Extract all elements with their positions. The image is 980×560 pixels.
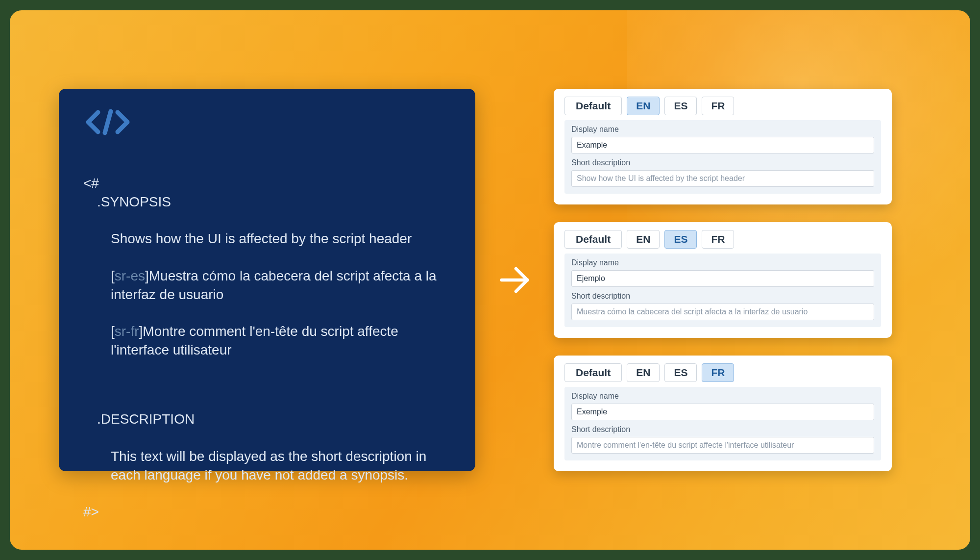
synopsis-fr: Montre comment l'en-tête du script affec… [111, 324, 402, 357]
arrow-right-icon [497, 263, 532, 297]
tab-en[interactable]: EN [627, 363, 660, 382]
short-description-input[interactable] [571, 437, 874, 454]
short-description-label: Short description [571, 425, 874, 434]
code-open: <# [83, 176, 99, 191]
short-description-label: Short description [571, 158, 874, 167]
card-es: Default EN ES FR Display name Short desc… [554, 222, 892, 338]
description-text: This text will be displayed as the short… [111, 449, 430, 483]
tag-fr-open: [ [111, 324, 115, 339]
code-body: <# .SYNOPSIS Shows how the UI is affecte… [83, 155, 451, 540]
tabs-fr: Default EN ES FR [564, 363, 881, 382]
display-name-input[interactable] [571, 270, 874, 287]
tab-default[interactable]: Default [564, 230, 622, 249]
tag-es: sr-es [115, 268, 145, 283]
short-description-label: Short description [571, 292, 874, 301]
code-icon [83, 108, 451, 136]
tab-en[interactable]: EN [627, 97, 660, 115]
tab-default[interactable]: Default [564, 97, 622, 115]
display-name-label: Display name [571, 125, 874, 134]
tab-es[interactable]: ES [664, 363, 697, 382]
short-description-input[interactable] [571, 304, 874, 320]
tabs-es: Default EN ES FR [564, 230, 881, 249]
display-name-label: Display name [571, 258, 874, 267]
cards-column: Default EN ES FR Display name Short desc… [554, 89, 892, 471]
tab-es[interactable]: ES [664, 230, 697, 249]
card-en: Default EN ES FR Display name Short desc… [554, 89, 892, 204]
field-area-en: Display name Short description [564, 120, 881, 194]
short-description-input[interactable] [571, 170, 874, 187]
display-name-label: Display name [571, 392, 874, 401]
tag-es-open: [ [111, 268, 115, 283]
tab-fr[interactable]: FR [702, 97, 734, 115]
display-name-input[interactable] [571, 404, 874, 420]
content-row: <# .SYNOPSIS Shows how the UI is affecte… [10, 10, 970, 550]
field-area-es: Display name Short description [564, 254, 881, 327]
tab-fr[interactable]: FR [702, 230, 734, 249]
synopsis-es: Muestra cómo la cabecera del script afec… [111, 268, 440, 302]
arrow [495, 263, 534, 297]
tag-fr: sr-fr [115, 324, 139, 339]
field-area-fr: Display name Short description [564, 387, 881, 460]
description-keyword: .DESCRIPTION [97, 411, 195, 427]
synopsis-keyword: .SYNOPSIS [97, 194, 171, 209]
tag-es-close: ] [145, 268, 149, 283]
code-close: #> [83, 504, 99, 519]
stage: <# .SYNOPSIS Shows how the UI is affecte… [10, 10, 970, 550]
code-panel: <# .SYNOPSIS Shows how the UI is affecte… [59, 89, 475, 471]
tab-en[interactable]: EN [627, 230, 660, 249]
tab-default[interactable]: Default [564, 363, 622, 382]
tab-es[interactable]: ES [664, 97, 697, 115]
card-fr: Default EN ES FR Display name Short desc… [554, 356, 892, 471]
display-name-input[interactable] [571, 137, 874, 153]
svg-line-0 [105, 111, 111, 133]
tabs-en: Default EN ES FR [564, 97, 881, 115]
synopsis-en: Shows how the UI is affected by the scri… [111, 231, 412, 246]
tab-fr[interactable]: FR [702, 363, 734, 382]
